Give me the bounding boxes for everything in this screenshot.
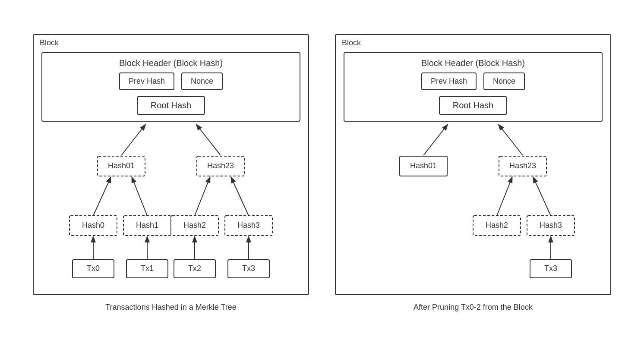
right-block-label: Block [342, 38, 361, 47]
arrow-hash0-hash01 [93, 178, 110, 216]
right-block-outer: Block Block Header (Block Hash) Prev Has… [335, 34, 611, 295]
right-hash23-label: Hash23 [509, 161, 536, 170]
arrow-hash01-root [121, 125, 145, 155]
arrow-right-hash23-root [499, 125, 523, 155]
left-hash1-label: Hash1 [136, 221, 158, 230]
left-tx0-label: Tx0 [87, 264, 100, 273]
diagrams-row: Block Block Header (Block Hash) Prev Has… [33, 34, 611, 312]
left-tx1-label: Tx1 [141, 264, 154, 273]
left-tx2-label: Tx2 [188, 264, 201, 273]
right-prev-hash: Prev Hash [421, 72, 477, 90]
arrow-hash1-hash01 [132, 178, 147, 216]
arrow-hash2-hash23 [195, 178, 210, 216]
right-caption: After Pruning Tx0-2 from the Block [414, 303, 533, 312]
right-tx3-label: Tx3 [544, 264, 557, 273]
left-nonce: Nonce [181, 72, 223, 90]
arrow-hash23-root [197, 125, 221, 155]
left-caption: Transactions Hashed in a Merkle Tree [105, 303, 236, 312]
right-root-hash: Root Hash [439, 96, 508, 115]
left-tree-svg: Hash01 Hash23 Hash0 Hash1 [41, 122, 300, 281]
left-header-row: Prev Hash Nonce [119, 72, 223, 90]
arrow-hash3-hash23 [231, 178, 249, 216]
left-hash0-label: Hash0 [82, 221, 104, 230]
left-hash23-label: Hash23 [207, 161, 234, 170]
left-header-title: Block Header (Block Hash) [119, 58, 223, 68]
left-hash3-label: Hash3 [237, 221, 260, 230]
right-hash2-label: Hash2 [486, 221, 508, 230]
right-hash01-label: Hash01 [410, 161, 437, 170]
right-hash3-label: Hash3 [540, 221, 562, 230]
left-root-hash: Root Hash [137, 96, 205, 115]
left-hash2-label: Hash2 [183, 221, 206, 230]
arrow-right-hash3-hash23 [534, 178, 551, 216]
left-tx3-label: Tx3 [242, 264, 255, 273]
right-header-row: Prev Hash Nonce [421, 72, 525, 90]
left-hash01-label: Hash01 [108, 161, 135, 170]
left-block-label: Block [40, 38, 59, 47]
left-block-header: Block Header (Block Hash) Prev Hash Nonc… [41, 52, 300, 122]
right-tree-svg: Hash01 Hash23 Hash2 Hash3 Tx3 [344, 122, 603, 281]
right-nonce: Nonce [483, 72, 525, 90]
arrow-right-hash2-hash23 [497, 178, 512, 216]
arrow-right-hash01-root [423, 125, 447, 155]
left-prev-hash: Prev Hash [119, 72, 174, 90]
left-block-outer: Block Block Header (Block Hash) Prev Has… [33, 34, 309, 295]
right-header-title: Block Header (Block Hash) [421, 58, 525, 68]
right-block-header: Block Header (Block Hash) Prev Hash Nonc… [344, 52, 603, 122]
right-diagram: Block Block Header (Block Hash) Prev Has… [335, 34, 611, 312]
left-diagram: Block Block Header (Block Hash) Prev Has… [33, 34, 309, 312]
